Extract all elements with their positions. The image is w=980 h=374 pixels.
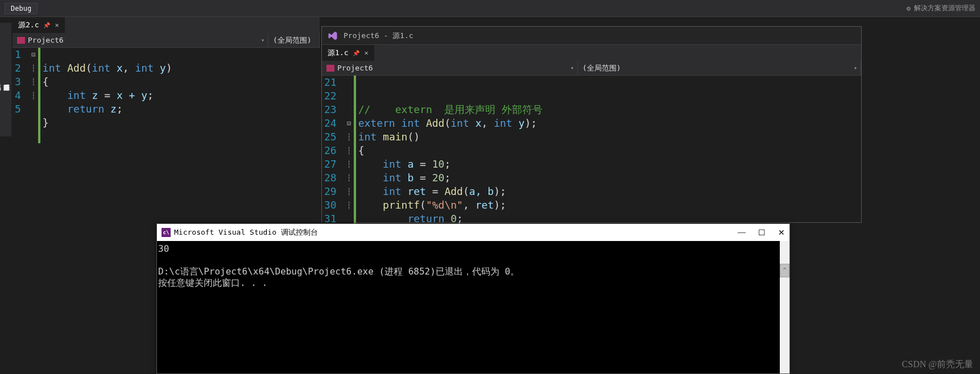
scroll-thumb[interactable]: ^ (780, 264, 789, 277)
editor-pane-left: 源2.c 📌 ✕ Project6 ▾ (全局范围) 1 2 3 4 5 ⊟ ┆… (13, 17, 320, 222)
line-gutter: 1 2 3 4 5 (13, 48, 29, 143)
console-title-text: Microsoft Visual Studio 调试控制台 (174, 227, 318, 238)
nav-bar-left: Project6 ▾ (全局范围) (13, 33, 320, 48)
code-text[interactable]: // extern 是用来声明 外部符号 extern int Add(int … (356, 76, 543, 239)
line-gutter: 21 22 23 24 25 26 27 28 29 30 31 (322, 76, 345, 239)
scope-label: (全局范围) (273, 35, 312, 45)
code-area-left[interactable]: 1 2 3 4 5 ⊟ ┆┆┆ int Add(int x, int y) { … (13, 48, 320, 143)
vs-logo-icon (328, 31, 338, 41)
tab-source2[interactable]: 源2.c 📌 ✕ (13, 16, 65, 33)
fold-column: ⊟ ┆┆┆┆┆┆ (345, 76, 356, 239)
tab-label: 源1.c (328, 48, 348, 58)
scrollbar[interactable]: ^ (780, 241, 789, 373)
project-name: Project6 (337, 64, 373, 72)
console-titlebar[interactable]: c\ Microsoft Visual Studio 调试控制台 — ☐ ✕ (157, 224, 789, 241)
tab-source1[interactable]: 源1.c 📌 ✕ (322, 44, 374, 61)
fold-icon[interactable]: ⊟ (345, 117, 354, 130)
project-name: Project6 (28, 36, 64, 44)
floating-window-titlebar[interactable]: Project6 - 源1.c (322, 27, 861, 45)
tab-bar-right: 源1.c 📌 ✕ (322, 45, 861, 61)
debug-console-window: c\ Microsoft Visual Studio 调试控制台 — ☐ ✕ 3… (156, 223, 790, 374)
fold-column: ⊟ ┆┆┆ (29, 48, 40, 143)
gear-icon[interactable]: ⚙ (907, 5, 911, 13)
tab-label: 源2.c (18, 20, 39, 30)
editor-pane-right: Project6 - 源1.c 源1.c 📌 ✕ Project6 ▾ (全局范… (321, 26, 862, 223)
close-icon[interactable]: ✕ (364, 49, 368, 57)
scope-label: (全局范围) (582, 63, 621, 73)
watermark: CSDN @前秃无量 (902, 359, 973, 371)
scope-dropdown[interactable]: (全局范围) ▾ (578, 61, 861, 75)
close-button[interactable]: ✕ (778, 228, 785, 238)
pin-icon[interactable]: 📌 (43, 22, 50, 28)
project-icon (17, 37, 25, 44)
minimize-button[interactable]: — (738, 228, 746, 238)
chevron-down-icon: ▾ (570, 65, 574, 71)
main-toolbar: Debug ⚙ 解决方案资源管理器 (0, 0, 980, 17)
solution-explorer-link[interactable]: 解决方案资源管理器 (914, 3, 975, 13)
chevron-down-icon: ▾ (261, 37, 264, 43)
scope-dropdown[interactable]: (全局范围) (268, 33, 320, 47)
project-dropdown[interactable]: Project6 ▾ (322, 61, 578, 75)
chevron-down-icon: ▾ (854, 65, 857, 71)
window-title: Project6 - 源1.c (344, 31, 413, 41)
maximize-button[interactable]: ☐ (758, 228, 766, 238)
fold-icon[interactable]: ⊟ (29, 48, 38, 61)
config-dropdown[interactable]: Debug (5, 3, 38, 14)
project-dropdown[interactable]: Project6 ▾ (13, 33, 268, 47)
close-icon[interactable]: ✕ (55, 21, 59, 29)
nav-bar-right: Project6 ▾ (全局范围) ▾ (322, 61, 861, 76)
tab-bar-left: 源2.c 📌 ✕ (13, 17, 320, 33)
vs-console-icon: c\ (162, 228, 171, 237)
side-panel-tabs[interactable]: 服务器资源管理器 工具箱 (0, 23, 11, 136)
project-icon (326, 65, 334, 72)
code-text[interactable]: int Add(int x, int y) { int z = x + y; r… (40, 48, 172, 143)
code-area-right[interactable]: 21 22 23 24 25 26 27 28 29 30 31 ⊟ ┆┆┆┆┆… (322, 76, 861, 239)
pin-icon[interactable]: 📌 (353, 50, 359, 56)
window-buttons: — ☐ ✕ (738, 228, 785, 238)
console-output[interactable]: 30 D:\c语言\Project6\x64\Debug\Project6.ex… (157, 241, 789, 373)
